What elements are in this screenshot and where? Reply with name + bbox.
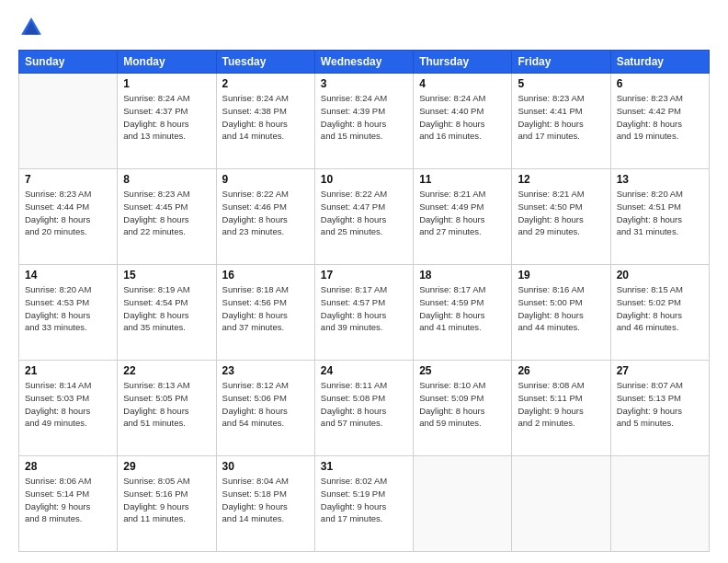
day-number: 17: [321, 269, 407, 282]
calendar-cell: 8Sunrise: 8:23 AM Sunset: 4:45 PM Daylig…: [118, 169, 216, 265]
day-info: Sunrise: 8:06 AM Sunset: 5:14 PM Dayligh…: [25, 475, 111, 525]
weekday-header-wednesday: Wednesday: [314, 51, 413, 74]
day-number: 7: [25, 173, 111, 186]
calendar-cell: 31Sunrise: 8:02 AM Sunset: 5:19 PM Dayli…: [314, 456, 413, 552]
day-info: Sunrise: 8:21 AM Sunset: 4:49 PM Dayligh…: [419, 188, 506, 238]
day-number: 1: [123, 77, 210, 90]
logo-icon: [18, 15, 44, 40]
day-number: 20: [617, 269, 703, 282]
day-number: 6: [617, 77, 703, 90]
day-info: Sunrise: 8:24 AM Sunset: 4:39 PM Dayligh…: [321, 92, 407, 143]
day-info: Sunrise: 8:16 AM Sunset: 5:00 PM Dayligh…: [518, 283, 604, 334]
calendar-cell: 30Sunrise: 8:04 AM Sunset: 5:18 PM Dayli…: [216, 456, 314, 552]
day-info: Sunrise: 8:20 AM Sunset: 4:53 PM Dayligh…: [25, 283, 111, 334]
day-number: 9: [222, 173, 309, 186]
day-number: 21: [25, 364, 111, 377]
day-number: 26: [518, 364, 604, 377]
day-info: Sunrise: 8:22 AM Sunset: 4:47 PM Dayligh…: [321, 188, 407, 238]
day-number: 28: [25, 460, 111, 473]
calendar-cell: 24Sunrise: 8:11 AM Sunset: 5:08 PM Dayli…: [314, 361, 413, 456]
day-info: Sunrise: 8:24 AM Sunset: 4:40 PM Dayligh…: [419, 92, 506, 143]
week-row-4: 21Sunrise: 8:14 AM Sunset: 5:03 PM Dayli…: [19, 361, 710, 456]
day-info: Sunrise: 8:17 AM Sunset: 4:57 PM Dayligh…: [321, 283, 407, 334]
weekday-header-sunday: Sunday: [19, 51, 118, 74]
day-info: Sunrise: 8:23 AM Sunset: 4:44 PM Dayligh…: [25, 188, 111, 238]
week-row-5: 28Sunrise: 8:06 AM Sunset: 5:14 PM Dayli…: [19, 456, 710, 552]
calendar-cell: [414, 456, 512, 552]
day-number: 19: [518, 269, 604, 282]
calendar-table: SundayMondayTuesdayWednesdayThursdayFrid…: [18, 50, 710, 552]
day-number: 3: [321, 77, 407, 90]
day-info: Sunrise: 8:14 AM Sunset: 5:03 PM Dayligh…: [25, 379, 111, 430]
day-number: 18: [419, 269, 506, 282]
calendar-cell: 27Sunrise: 8:07 AM Sunset: 5:13 PM Dayli…: [610, 361, 709, 456]
calendar-cell: 22Sunrise: 8:13 AM Sunset: 5:05 PM Dayli…: [118, 361, 216, 456]
day-number: 12: [518, 173, 604, 186]
day-info: Sunrise: 8:23 AM Sunset: 4:41 PM Dayligh…: [518, 92, 604, 143]
weekday-header-friday: Friday: [512, 51, 610, 74]
calendar-cell: 12Sunrise: 8:21 AM Sunset: 4:50 PM Dayli…: [512, 169, 610, 265]
day-info: Sunrise: 8:12 AM Sunset: 5:06 PM Dayligh…: [222, 379, 309, 430]
day-number: 24: [321, 364, 407, 377]
calendar-cell: 26Sunrise: 8:08 AM Sunset: 5:11 PM Dayli…: [512, 361, 610, 456]
day-info: Sunrise: 8:10 AM Sunset: 5:09 PM Dayligh…: [419, 379, 506, 430]
day-info: Sunrise: 8:20 AM Sunset: 4:51 PM Dayligh…: [617, 188, 703, 238]
calendar-cell: 9Sunrise: 8:22 AM Sunset: 4:46 PM Daylig…: [216, 169, 314, 265]
day-number: 23: [222, 364, 309, 377]
calendar-cell: 20Sunrise: 8:15 AM Sunset: 5:02 PM Dayli…: [610, 265, 709, 361]
day-number: 13: [617, 173, 703, 186]
calendar-cell: 19Sunrise: 8:16 AM Sunset: 5:00 PM Dayli…: [512, 265, 610, 361]
day-number: 30: [222, 460, 309, 473]
day-number: 22: [123, 364, 210, 377]
day-number: 5: [518, 77, 604, 90]
calendar-cell: 14Sunrise: 8:20 AM Sunset: 4:53 PM Dayli…: [19, 265, 118, 361]
calendar-cell: 18Sunrise: 8:17 AM Sunset: 4:59 PM Dayli…: [414, 265, 512, 361]
calendar-cell: 21Sunrise: 8:14 AM Sunset: 5:03 PM Dayli…: [19, 361, 118, 456]
day-number: 16: [222, 269, 309, 282]
header: [18, 15, 710, 40]
calendar-cell: [610, 456, 709, 552]
calendar-cell: 2Sunrise: 8:24 AM Sunset: 4:38 PM Daylig…: [216, 74, 314, 169]
weekday-header-row: SundayMondayTuesdayWednesdayThursdayFrid…: [19, 51, 710, 74]
calendar-cell: 6Sunrise: 8:23 AM Sunset: 4:42 PM Daylig…: [610, 74, 709, 169]
day-info: Sunrise: 8:04 AM Sunset: 5:18 PM Dayligh…: [222, 475, 309, 525]
calendar-cell: 1Sunrise: 8:24 AM Sunset: 4:37 PM Daylig…: [118, 74, 216, 169]
calendar-cell: 13Sunrise: 8:20 AM Sunset: 4:51 PM Dayli…: [610, 169, 709, 265]
day-info: Sunrise: 8:15 AM Sunset: 5:02 PM Dayligh…: [617, 283, 703, 334]
calendar-cell: 3Sunrise: 8:24 AM Sunset: 4:39 PM Daylig…: [314, 74, 413, 169]
logo: [18, 15, 48, 40]
day-number: 4: [419, 77, 506, 90]
calendar-cell: [512, 456, 610, 552]
day-info: Sunrise: 8:05 AM Sunset: 5:16 PM Dayligh…: [123, 475, 210, 525]
calendar-cell: 7Sunrise: 8:23 AM Sunset: 4:44 PM Daylig…: [19, 169, 118, 265]
day-info: Sunrise: 8:17 AM Sunset: 4:59 PM Dayligh…: [419, 283, 506, 334]
calendar-cell: 28Sunrise: 8:06 AM Sunset: 5:14 PM Dayli…: [19, 456, 118, 552]
day-number: 14: [25, 269, 111, 282]
weekday-header-tuesday: Tuesday: [216, 51, 314, 74]
calendar-cell: 4Sunrise: 8:24 AM Sunset: 4:40 PM Daylig…: [414, 74, 512, 169]
day-number: 8: [123, 173, 210, 186]
calendar-cell: 25Sunrise: 8:10 AM Sunset: 5:09 PM Dayli…: [414, 361, 512, 456]
page: SundayMondayTuesdayWednesdayThursdayFrid…: [0, 0, 728, 563]
day-info: Sunrise: 8:08 AM Sunset: 5:11 PM Dayligh…: [518, 379, 604, 430]
weekday-header-thursday: Thursday: [414, 51, 512, 74]
weekday-header-monday: Monday: [118, 51, 216, 74]
week-row-1: 1Sunrise: 8:24 AM Sunset: 4:37 PM Daylig…: [19, 74, 710, 169]
week-row-2: 7Sunrise: 8:23 AM Sunset: 4:44 PM Daylig…: [19, 169, 710, 265]
day-number: 11: [419, 173, 506, 186]
day-info: Sunrise: 8:13 AM Sunset: 5:05 PM Dayligh…: [123, 379, 210, 430]
calendar-cell: 16Sunrise: 8:18 AM Sunset: 4:56 PM Dayli…: [216, 265, 314, 361]
day-info: Sunrise: 8:18 AM Sunset: 4:56 PM Dayligh…: [222, 283, 309, 334]
calendar-cell: 29Sunrise: 8:05 AM Sunset: 5:16 PM Dayli…: [118, 456, 216, 552]
week-row-3: 14Sunrise: 8:20 AM Sunset: 4:53 PM Dayli…: [19, 265, 710, 361]
day-number: 29: [123, 460, 210, 473]
day-number: 25: [419, 364, 506, 377]
day-info: Sunrise: 8:07 AM Sunset: 5:13 PM Dayligh…: [617, 379, 703, 430]
calendar-cell: [19, 74, 118, 169]
day-info: Sunrise: 8:24 AM Sunset: 4:37 PM Dayligh…: [123, 92, 210, 143]
day-info: Sunrise: 8:23 AM Sunset: 4:42 PM Dayligh…: [617, 92, 703, 143]
calendar-cell: 17Sunrise: 8:17 AM Sunset: 4:57 PM Dayli…: [314, 265, 413, 361]
day-number: 10: [321, 173, 407, 186]
day-number: 15: [123, 269, 210, 282]
calendar-cell: 11Sunrise: 8:21 AM Sunset: 4:49 PM Dayli…: [414, 169, 512, 265]
